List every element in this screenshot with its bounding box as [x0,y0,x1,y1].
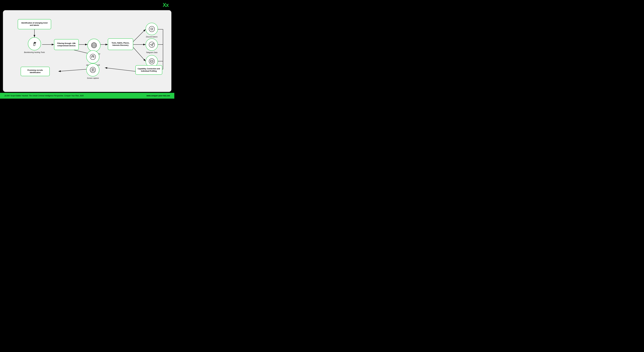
svg-point-31 [152,28,153,29]
browser-history-circle [88,39,100,52]
footer-left: 18,000 'Script Kiddies' Hacked: The Unto… [4,95,84,97]
bottom-bar: 18,000 'Script Kiddies' Hacked: The Unto… [0,93,174,99]
svg-point-30 [151,28,152,29]
telegram-circle [146,38,158,51]
spray-can-icon [32,41,37,46]
magnet-icon [90,54,96,60]
svg-rect-17 [34,43,35,46]
promising-box: Promising recruits identification [21,67,50,76]
telegram-icon [149,42,155,48]
svg-point-37 [90,54,96,60]
telegram-label: Telegram Data [143,51,161,54]
diagram: Identification of emerging trend and tal… [9,15,165,87]
tools-habits-box: Tools, Habits, Places, Interests Discove… [108,38,133,50]
svg-point-29 [149,26,154,32]
svg-point-40 [90,67,96,73]
svg-point-32 [149,42,154,47]
svg-line-7 [133,47,146,61]
filtering-box: Filtering through +18k compromised devic… [54,39,79,50]
svg-rect-18 [34,42,35,43]
backdoor-label: Backdooring hacking Tools [24,51,45,54]
screen-capture-circle [86,63,99,76]
logo: Xx [163,2,168,8]
discord-circle [146,23,158,35]
svg-point-43 [93,70,93,70]
svg-line-16 [58,69,87,71]
capability-box: Capability, Connection and Individual Pr… [136,65,162,75]
svg-line-13 [105,68,136,71]
backdoor-circle [28,37,41,50]
code-icon [149,58,155,64]
svg-line-36 [152,61,152,62]
discord-label: Discord tokens [143,36,161,38]
globe-icon [91,42,97,48]
footer-right: www.conquer-your-risk.com [146,95,170,97]
svg-line-5 [133,29,146,42]
top-bar: Xx [0,0,174,10]
emerging-trend-box: Identification of emerging trend and tal… [18,19,51,29]
discord-icon [149,26,155,32]
ideal-target-circle [86,50,99,63]
main-container: Identification of emerging trend and tal… [3,10,172,92]
camera-icon [90,67,96,73]
screen-label: Screen capture [84,77,101,79]
